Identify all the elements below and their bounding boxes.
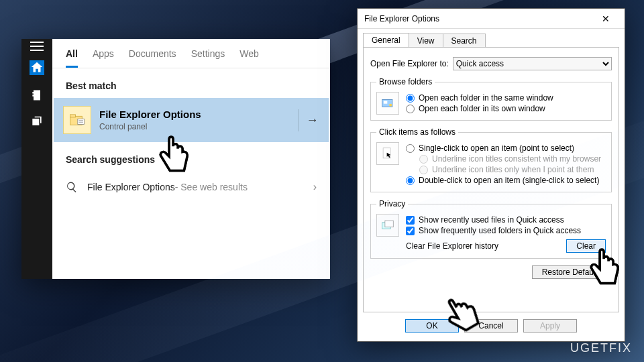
click-items-icon [376, 142, 399, 165]
browse-folders-legend: Browse folders [376, 77, 435, 86]
restore-defaults-button[interactable]: Restore Defaults [532, 265, 612, 279]
home-icon[interactable] [30, 60, 44, 75]
open-to-label: Open File Explorer to: [370, 59, 449, 68]
watermark: UGETFIX [570, 341, 632, 355]
cortana-search-panel: All Apps Documents Settings Web Best mat… [21, 39, 330, 279]
search-tabs: All Apps Documents Settings Web [52, 39, 330, 68]
tab-all[interactable]: All [66, 48, 78, 68]
tab-general[interactable]: General [363, 33, 409, 47]
suggestion-text: File Explorer Options [87, 182, 175, 192]
radio-double-click[interactable]: Double-click to open an item (single-cli… [406, 176, 606, 185]
svg-point-7 [389, 104, 392, 107]
dialog-body: Open File Explorer to: Quick access Brow… [363, 47, 619, 312]
file-explorer-options-dialog: File Explorer Options ✕ General View Sea… [357, 8, 625, 342]
notebook-icon[interactable] [30, 88, 44, 102]
chevron-right-icon: › [313, 181, 317, 193]
dialog-tabs: General View Search [358, 29, 625, 47]
tab-web[interactable]: Web [239, 48, 259, 68]
suggestions-heading: Search suggestions [52, 142, 330, 172]
svg-rect-1 [70, 115, 75, 117]
privacy-icon [376, 214, 399, 237]
open-to-select[interactable]: Quick access [453, 57, 612, 70]
privacy-legend: Privacy [376, 199, 408, 208]
check-frequent-folders[interactable]: Show frequently used folders in Quick ac… [406, 226, 606, 235]
svg-rect-9 [382, 223, 390, 229]
radio-underline-browser: Underline icon titles consistent with my… [419, 154, 606, 164]
cortana-rail [21, 39, 52, 279]
clear-button[interactable]: Clear [566, 239, 606, 253]
result-title: File Explorer Options [99, 109, 201, 120]
best-match-heading: Best match [52, 68, 330, 98]
ok-button[interactable]: OK [405, 319, 459, 333]
cancel-button[interactable]: Cancel [464, 319, 518, 333]
privacy-group: Privacy Show recently used files in Quic… [370, 199, 612, 259]
tab-settings[interactable]: Settings [191, 48, 225, 68]
dialog-title: File Explorer Options [364, 14, 439, 23]
clear-history-label: Clear File Explorer history [406, 241, 566, 251]
best-match-result[interactable]: File Explorer Options Control panel → [54, 98, 329, 142]
svg-rect-6 [384, 101, 388, 104]
open-to-row: Open File Explorer to: Quick access [370, 57, 612, 70]
browse-folders-icon [376, 92, 399, 115]
radio-underline-point: Underline icon titles only when I point … [419, 165, 606, 174]
search-main: All Apps Documents Settings Web Best mat… [52, 39, 330, 279]
close-icon[interactable]: ✕ [592, 13, 619, 24]
suggestion-suffix: - See web results [175, 182, 248, 192]
radio-single-click[interactable]: Single-click to open an item (point to s… [406, 143, 606, 153]
check-recent-files[interactable]: Show recently used files in Quick access [406, 215, 606, 225]
result-subtitle: Control panel [99, 122, 147, 131]
tab-documents[interactable]: Documents [129, 48, 176, 68]
folder-options-icon [63, 106, 91, 134]
result-text: File Explorer Options Control panel [99, 109, 201, 132]
collections-icon[interactable] [30, 115, 44, 129]
browse-folders-group: Browse folders Open each folder in the s… [370, 77, 612, 121]
apply-button[interactable]: Apply [523, 319, 577, 333]
web-suggestion[interactable]: File Explorer Options - See web results … [52, 172, 330, 202]
svg-rect-2 [78, 119, 85, 124]
click-items-legend: Click items as follows [376, 127, 458, 137]
svg-rect-10 [385, 221, 393, 227]
click-items-group: Click items as follows Single-click to o… [370, 127, 612, 192]
dialog-titlebar[interactable]: File Explorer Options ✕ [358, 9, 625, 29]
dialog-footer: OK Cancel Apply [358, 312, 625, 339]
tab-view[interactable]: View [409, 34, 443, 48]
menu-icon[interactable] [30, 46, 44, 47]
tab-apps[interactable]: Apps [93, 48, 114, 68]
radio-same-window[interactable]: Open each folder in the same window [406, 93, 606, 103]
tab-search[interactable]: Search [443, 34, 486, 48]
radio-own-window[interactable]: Open each folder in its own window [406, 104, 606, 113]
result-expand-icon[interactable]: → [298, 109, 319, 131]
search-icon [66, 181, 78, 193]
